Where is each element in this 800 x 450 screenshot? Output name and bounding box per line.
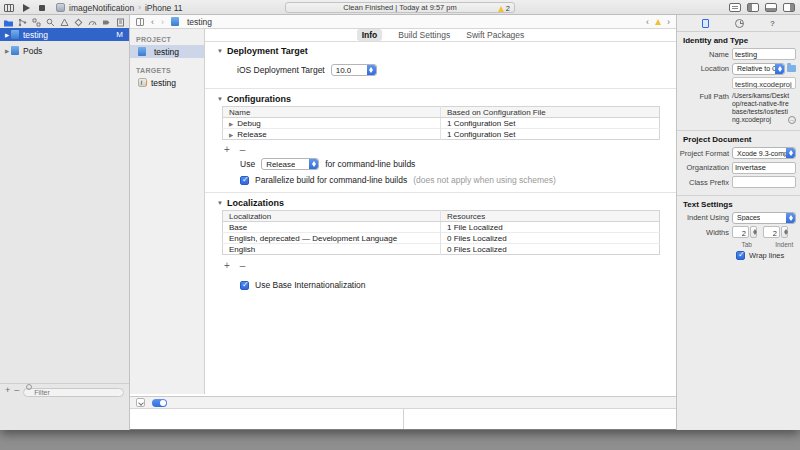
test-navigator-icon[interactable] — [74, 18, 83, 27]
disclosure-icon[interactable]: ▶ — [229, 132, 233, 138]
breadcrumb[interactable]: testing — [171, 17, 212, 27]
indent-width-stepper[interactable]: 2 — [763, 226, 788, 238]
project-navigator-icon[interactable] — [4, 18, 13, 27]
indent-width-value[interactable]: 2 — [763, 226, 780, 238]
indent-using-popup[interactable]: Spaces — [732, 212, 796, 224]
localization-name: English — [223, 244, 441, 255]
tab-build-settings[interactable]: Build Settings — [398, 30, 450, 40]
table-row[interactable]: English 0 Files Localized — [223, 244, 660, 255]
add-configuration-button[interactable]: + — [224, 144, 230, 155]
disclosure-down-icon[interactable]: ▼ — [217, 96, 223, 102]
remove-file-button[interactable]: – — [14, 386, 19, 395]
popup-value: 10.0 — [336, 66, 352, 75]
base-internationalization-checkbox[interactable] — [240, 281, 249, 290]
table-row[interactable]: ▶Debug 1 Configuration Set — [223, 118, 660, 129]
organization-input[interactable] — [732, 162, 796, 174]
forward-button[interactable]: › — [161, 17, 164, 27]
tab-width-stepper[interactable]: 2 — [732, 226, 757, 238]
column-header[interactable]: Name — [223, 107, 441, 118]
reveal-in-finder-icon[interactable] — [788, 116, 796, 124]
run-button[interactable] — [23, 4, 30, 12]
deployment-target-row: iOS Deployment Target 10.0 — [237, 64, 377, 76]
class-prefix-input[interactable] — [732, 176, 796, 188]
add-localization-button[interactable]: + — [224, 260, 230, 271]
choose-folder-icon[interactable] — [787, 65, 796, 72]
editor-options-icon[interactable] — [729, 3, 741, 12]
toggle-navigator-icon[interactable] — [747, 3, 759, 12]
stop-button[interactable] — [39, 5, 45, 11]
add-file-button[interactable]: + — [5, 386, 10, 395]
popup-arrows-icon — [309, 159, 318, 169]
breakpoint-navigator-icon[interactable] — [102, 18, 111, 27]
name-input[interactable] — [732, 48, 796, 60]
table-row[interactable]: English, deprecated — Development Langua… — [223, 233, 660, 244]
disclosure-icon[interactable]: ▶ — [229, 121, 233, 127]
wrap-lines-checkbox[interactable] — [736, 251, 745, 260]
toggle-debug-area-icon[interactable] — [765, 3, 777, 12]
find-navigator-icon[interactable] — [46, 18, 55, 27]
table-row[interactable]: ▶Release 1 Configuration Set — [223, 129, 660, 140]
console-view[interactable] — [403, 409, 677, 429]
breadcrumb-label: testing — [187, 17, 212, 27]
targets-header: TARGETS — [136, 67, 171, 74]
issue-navigator-icon[interactable] — [60, 18, 69, 27]
hide-debug-area-button[interactable] — [136, 398, 145, 407]
section-configurations[interactable]: ▼ Configurations — [217, 94, 291, 104]
file-inspector-icon[interactable] — [702, 19, 709, 28]
back-button[interactable]: ‹ — [151, 17, 154, 27]
disclosure-icon[interactable]: ▶ — [3, 48, 11, 54]
tab-info[interactable]: Info — [357, 29, 383, 41]
window-grid-icon[interactable] — [4, 4, 14, 12]
target-item-testing[interactable]: testing — [130, 76, 204, 89]
scheme-selector[interactable]: imageNotification › iPhone 11 — [56, 3, 183, 13]
table-row[interactable]: Base 1 File Localized — [223, 222, 660, 233]
section-localizations[interactable]: ▼ Localizations — [217, 198, 284, 208]
tab-swift-packages[interactable]: Swift Packages — [466, 30, 524, 40]
variables-view[interactable] — [130, 409, 403, 429]
navigator-item-testing[interactable]: ▶ testing M — [0, 28, 129, 41]
scheme-name[interactable]: imageNotification — [69, 3, 134, 13]
project-format-popup[interactable]: Xcode 9.3-compatible — [732, 147, 796, 159]
symbol-navigator-icon[interactable] — [32, 18, 41, 27]
section-deployment-target[interactable]: ▼ Deployment Target — [217, 46, 308, 56]
target-item-label: testing — [151, 78, 176, 88]
project-file-icon — [11, 30, 19, 39]
parallelize-checkbox[interactable] — [240, 176, 249, 185]
project-format-row: Project Format Xcode 9.3-compatible — [679, 147, 796, 159]
previous-issue-button[interactable]: ‹ — [646, 17, 649, 27]
stepper-arrows-icon[interactable] — [781, 226, 788, 238]
debug-navigator-icon[interactable] — [88, 18, 97, 27]
remove-localization-button[interactable]: – — [240, 260, 246, 271]
filter-input[interactable] — [23, 388, 124, 397]
breakpoints-toggle[interactable] — [152, 399, 167, 407]
tab-width-value[interactable]: 2 — [732, 226, 749, 238]
next-issue-button[interactable]: › — [667, 17, 670, 27]
base-internationalization-label: Use Base Internationalization — [255, 280, 366, 290]
modified-badge: M — [116, 30, 123, 39]
project-item-testing[interactable]: testing — [130, 45, 204, 58]
config-name: Debug — [237, 119, 261, 128]
disclosure-icon[interactable]: ▶ — [3, 32, 11, 38]
navigator-item-pods[interactable]: ▶ Pods — [0, 44, 129, 57]
location-popup[interactable]: Relative to Group — [732, 63, 785, 75]
command-line-config-popup[interactable]: Release — [261, 158, 319, 170]
deployment-target-popup[interactable]: 10.0 — [331, 64, 377, 76]
quick-help-inspector-icon[interactable]: ? — [770, 19, 775, 28]
source-control-navigator-icon[interactable] — [18, 18, 27, 27]
issues-badge[interactable]: 2 — [498, 4, 510, 13]
section-divider — [205, 88, 676, 89]
report-navigator-icon[interactable] — [116, 18, 125, 27]
toggle-inspector-icon[interactable] — [783, 3, 795, 12]
app-target-icon — [138, 78, 147, 87]
column-header[interactable]: Resources — [441, 211, 660, 222]
run-destination[interactable]: iPhone 11 — [145, 3, 183, 13]
history-inspector-icon[interactable] — [735, 19, 744, 28]
column-header[interactable]: Localization — [223, 211, 441, 222]
disclosure-down-icon[interactable]: ▼ — [217, 48, 223, 54]
localizations-table: Localization Resources Base 1 File Local… — [222, 210, 660, 255]
column-header[interactable]: Based on Configuration File — [441, 107, 660, 118]
disclosure-down-icon[interactable]: ▼ — [217, 200, 223, 206]
stepper-arrows-icon[interactable] — [750, 226, 757, 238]
related-items-icon[interactable] — [136, 18, 144, 26]
remove-configuration-button[interactable]: – — [240, 144, 246, 155]
